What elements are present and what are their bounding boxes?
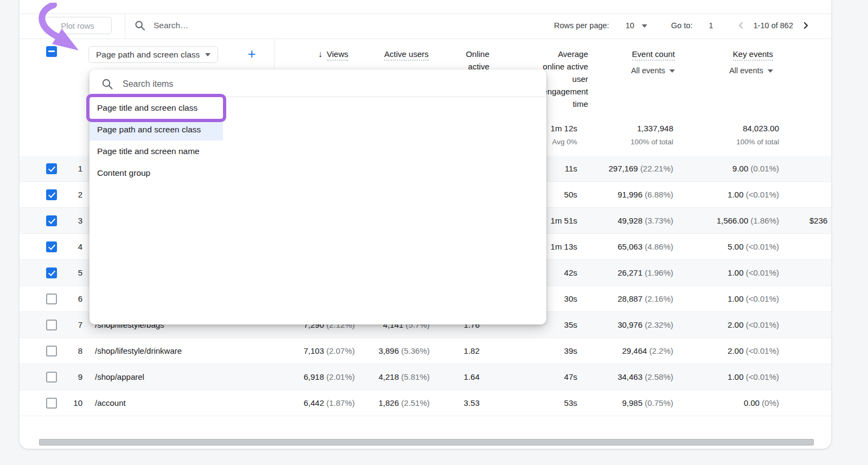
analytics-table-page: Plot rows Search… Rows per page: 10 Go t… — [0, 0, 868, 465]
cell-views: 6,442 (1.87%) — [304, 390, 355, 416]
divider — [20, 14, 831, 14]
dimension-selector-button[interactable]: Page path and screen class — [88, 46, 218, 63]
cell-event-count: 91,996 (6.88%) — [617, 182, 673, 208]
totals-event-sub: 100% of total — [630, 138, 673, 146]
row-checkbox[interactable] — [46, 320, 57, 330]
cell-avg-engagement: 11s — [565, 156, 577, 182]
chevron-down-icon — [205, 53, 210, 56]
row-page-path: /shop/apparel — [95, 364, 144, 390]
row-checkbox[interactable] — [46, 346, 57, 356]
dropdown-item[interactable]: Page path and screen class — [90, 119, 223, 141]
cell-key-events: 2.00 (<0.01%) — [727, 338, 779, 364]
cell-avg-engagement: 35s — [564, 312, 577, 338]
key-events-filter-label: All events — [729, 66, 763, 75]
column-header-views[interactable]: ↓Views — [318, 48, 348, 60]
horizontal-scrollbar[interactable] — [39, 439, 814, 445]
totals-avg-engagement: 1m 12s Avg 0% — [551, 124, 577, 146]
chevron-right-icon — [802, 22, 809, 29]
cell-views: 7,103 (2.07%) — [304, 338, 355, 364]
cell-key-events: 0.00 (0%) — [744, 390, 779, 416]
cell-online-active: 1.64 — [464, 364, 480, 390]
cell-event-count: 29,464 (2.2%) — [622, 338, 673, 364]
cell-avg-engagement: 30s — [564, 286, 577, 312]
event-count-filter-label: All events — [631, 66, 665, 75]
row-checkbox[interactable] — [46, 372, 57, 383]
cell-avg-engagement: 53s — [564, 390, 577, 416]
cell-key-events: 1.00 (<0.01%) — [727, 286, 779, 312]
go-to-label: Go to: — [671, 21, 693, 30]
previous-page-button[interactable] — [737, 22, 745, 29]
key-events-header-label: Key events — [733, 49, 773, 61]
active-users-header-label: Active users — [384, 49, 429, 61]
online-active-line1: Online — [466, 48, 489, 60]
cell-active-users: 4,218 (5.81%) — [379, 364, 430, 390]
row-checkbox[interactable] — [46, 267, 57, 278]
row-checkbox[interactable] — [46, 163, 57, 174]
select-all-checkbox[interactable] — [46, 46, 57, 57]
event-count-filter-button[interactable]: All events — [631, 65, 675, 77]
rows-per-page-select[interactable]: 10 — [626, 21, 647, 30]
row-checkbox[interactable] — [46, 241, 57, 252]
cell-key-events: 5.00 (<0.01%) — [727, 234, 779, 260]
row-number: 4 — [67, 234, 82, 260]
cell-avg-engagement: 39s — [564, 338, 577, 364]
avg-engagement-line1: Average — [543, 48, 588, 60]
totals-key-sub: 100% of total — [736, 138, 779, 146]
chevron-down-icon — [768, 69, 773, 73]
row-page-path: /shop/lifestyle/drinkware — [95, 338, 182, 364]
cell-event-count: 28,887 (2.16%) — [617, 286, 673, 312]
row-checkbox[interactable] — [46, 189, 57, 200]
search-icon — [135, 20, 145, 31]
cell-avg-engagement: 42s — [564, 260, 577, 286]
cell-revenue: $236 — [809, 208, 827, 234]
row-page-path: /account — [95, 390, 126, 416]
key-events-filter-button[interactable]: All events — [729, 65, 773, 77]
dropdown-search-placeholder: Search items — [123, 79, 173, 89]
row-number: 5 — [67, 260, 82, 286]
avg-engagement-line5: time — [543, 98, 588, 110]
column-header-avg-engagement[interactable]: Average online active user engagement ti… — [543, 48, 588, 110]
add-dimension-button[interactable]: + — [243, 45, 260, 62]
cell-key-events: 1,566.00 (1.86%) — [717, 208, 779, 234]
row-number: 3 — [67, 208, 82, 234]
row-checkbox[interactable] — [46, 215, 57, 226]
totals-key-value: 84,023.00 — [736, 124, 779, 133]
column-header-active-users[interactable]: Active users — [384, 48, 429, 60]
cell-online-active: 3.53 — [464, 390, 480, 416]
totals-event-count: 1,337,948 100% of total — [630, 124, 673, 146]
rows-per-page-label: Rows per page: — [554, 21, 609, 30]
plot-rows-button[interactable]: Plot rows — [43, 17, 112, 34]
dropdown-item[interactable]: Page title and screen name — [90, 141, 223, 162]
chevron-down-icon — [642, 24, 647, 28]
avg-engagement-line4: engagement — [543, 85, 588, 98]
totals-avg-sub: Avg 0% — [551, 138, 577, 146]
go-to-input[interactable]: 1 — [709, 21, 713, 30]
dropdown-item[interactable]: Page title and screen class — [90, 97, 223, 119]
chevron-down-icon — [669, 69, 675, 73]
row-checkbox[interactable] — [46, 398, 57, 409]
cell-active-users: 1,826 (2.51%) — [379, 390, 430, 416]
avg-engagement-line3: user — [543, 73, 588, 85]
table-search-input[interactable]: Search… — [135, 18, 189, 33]
row-number: 10 — [67, 390, 82, 416]
cell-online-active: 1.82 — [464, 338, 480, 364]
row-checkbox[interactable] — [46, 294, 57, 304]
dropdown-search-input[interactable]: Search items — [101, 77, 173, 92]
column-header-key-events[interactable]: Key events All events — [729, 48, 773, 77]
cell-event-count: 65,063 (4.86%) — [617, 234, 673, 260]
totals-avg-value: 1m 12s — [551, 124, 577, 133]
cell-event-count: 34,463 (2.58%) — [617, 364, 673, 390]
next-page-button[interactable] — [802, 22, 809, 29]
report-table-card: Plot rows Search… Rows per page: 10 Go t… — [20, 0, 831, 449]
plot-rows-label: Plot rows — [61, 21, 94, 30]
column-header-event-count[interactable]: Event count All events — [631, 48, 675, 77]
cell-event-count: 49,928 (3.73%) — [617, 208, 673, 234]
chevron-left-icon — [737, 22, 745, 29]
row-number: 9 — [67, 364, 82, 390]
dropdown-item[interactable]: Content group — [90, 162, 223, 184]
cell-key-events: 1.00 (<0.01%) — [727, 182, 779, 208]
views-header-label: Views — [327, 49, 348, 61]
search-icon — [101, 78, 113, 90]
cell-active-users: 3,896 (5.36%) — [379, 338, 430, 364]
row-number: 8 — [67, 338, 82, 364]
